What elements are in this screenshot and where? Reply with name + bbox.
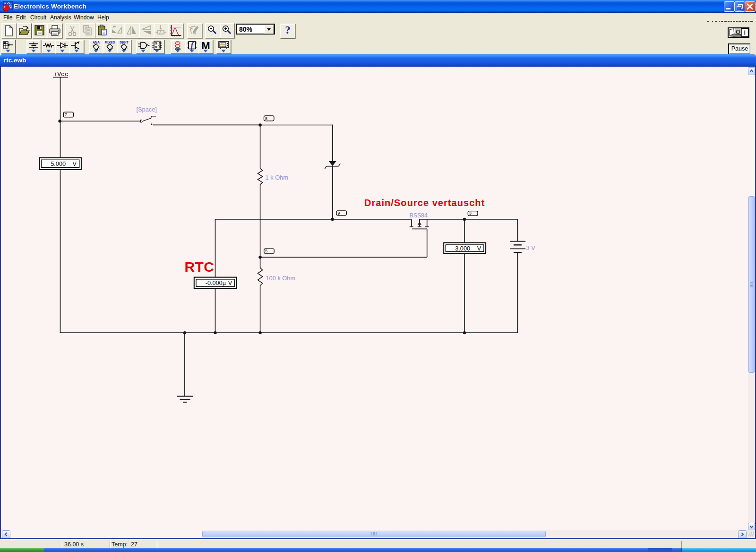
svg-text:3 V: 3 V: [526, 244, 536, 251]
svg-text:RTC: RTC: [185, 259, 215, 275]
svg-text:M: M: [201, 40, 210, 51]
svg-text:V: V: [72, 161, 77, 167]
svg-text:5.000: 5.000: [51, 161, 66, 167]
svg-text:[Space]: [Space]: [137, 106, 157, 113]
svg-text:-0.000µ: -0.000µ: [206, 280, 226, 286]
svg-text:DIGIT: DIGIT: [120, 41, 129, 44]
svg-text:9: 9: [338, 211, 340, 216]
svg-text:7: 7: [65, 112, 67, 117]
svg-text:Drain/Source vertauscht: Drain/Source vertauscht: [364, 198, 485, 208]
svg-text:3: 3: [469, 211, 472, 216]
svg-text:A: A: [159, 31, 162, 34]
svg-text:5: 5: [265, 249, 267, 253]
svg-text:R Q: R Q: [155, 46, 161, 49]
svg-text:8: 8: [265, 116, 267, 121]
svg-text:V: V: [228, 280, 232, 286]
svg-text:100 k Ohm: 100 k Ohm: [266, 275, 296, 282]
svg-text:3.000: 3.000: [455, 245, 470, 252]
svg-text:S Q: S Q: [155, 42, 161, 45]
svg-text:BSS84: BSS84: [410, 212, 428, 219]
svg-text:V: V: [477, 245, 481, 252]
svg-text:f: f: [190, 41, 194, 50]
svg-text:1 k Ohm: 1 k Ohm: [266, 174, 288, 181]
